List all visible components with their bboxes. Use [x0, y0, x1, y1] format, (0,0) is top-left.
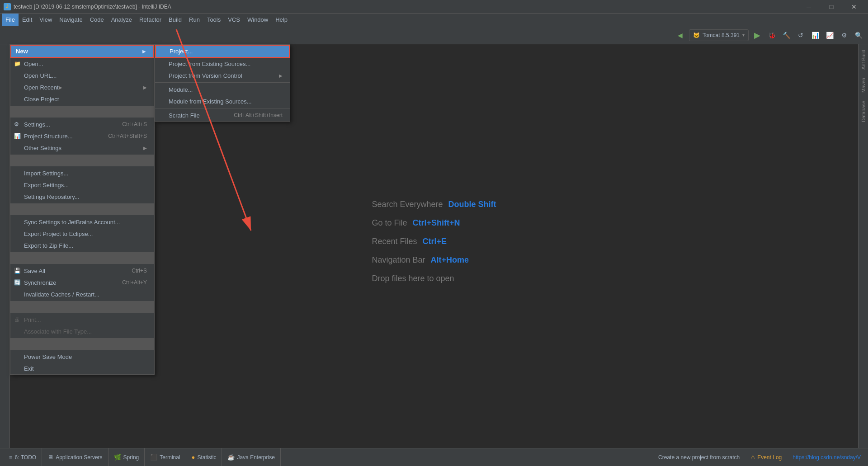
new-submenu: Project... Project from Existing Sources…	[155, 44, 290, 122]
submenu-item-project-existing[interactable]: Project from Existing Sources...	[155, 58, 290, 70]
menu-item-invalidate-caches[interactable]: Invalidate Caches / Restart...	[10, 288, 154, 300]
build-project-button[interactable]: 🔨	[780, 29, 792, 41]
separator-6	[10, 338, 154, 350]
submenu-item-module-existing[interactable]: Module from Existing Sources...	[155, 95, 290, 107]
spring-label: Spring	[123, 454, 139, 461]
status-tab-statistic[interactable]: ● Statistic	[186, 448, 222, 466]
menu-item-associate: Associate with File Type...	[10, 325, 154, 337]
event-log-button[interactable]: ⚠ Event Log	[747, 454, 785, 461]
menu-item-open-recent[interactable]: Open Recent ▶	[10, 81, 154, 93]
menu-tools[interactable]: Tools	[203, 14, 224, 26]
right-tab-ant-build[interactable]: Ant Build	[859, 46, 868, 73]
submenu-item-scratch[interactable]: Scratch File Ctrl+Alt+Shift+Insert	[155, 109, 290, 121]
menu-file[interactable]: File	[2, 14, 19, 26]
separator-2	[10, 155, 154, 166]
menu-item-project-structure[interactable]: 📊 Project Structure... Ctrl+Alt+Shift+S	[10, 130, 154, 142]
menu-help[interactable]: Help	[272, 14, 291, 26]
menu-analyze[interactable]: Analyze	[108, 14, 136, 26]
spring-icon: 🌿	[114, 454, 121, 461]
menu-item-export-eclipse[interactable]: Export Project to Eclipse...	[10, 228, 154, 240]
right-tab-maven[interactable]: Maven	[859, 74, 868, 96]
minimize-button[interactable]: ─	[798, 0, 819, 14]
app-servers-icon: 🖥	[47, 454, 53, 461]
menu-item-power-save[interactable]: Power Save Mode	[10, 351, 154, 362]
shortcut-row-drop: Drop files here to open	[372, 274, 496, 283]
menu-window[interactable]: Window	[244, 14, 272, 26]
shortcut-label-recent: Recent Files	[372, 237, 417, 246]
close-button[interactable]: ✕	[844, 0, 864, 14]
status-tab-app-servers[interactable]: 🖥 Application Servers	[42, 448, 108, 466]
menu-refactor[interactable]: Refactor	[136, 14, 165, 26]
status-message: Create a new project from scratch	[655, 454, 743, 461]
shortcut-row-search: Search Everywhere Double Shift	[372, 200, 496, 209]
menu-item-open-url[interactable]: Open URL...	[10, 70, 154, 81]
refresh-button[interactable]: ↺	[795, 29, 807, 41]
shortcut-row-goto: Go to File Ctrl+Shift+N	[372, 218, 496, 228]
menu-item-export-settings[interactable]: Export Settings...	[10, 179, 154, 191]
save-all-icon: 💾	[14, 268, 21, 274]
url-link[interactable]: https://blog.csdn.ne/snday/V	[789, 454, 864, 461]
menu-item-new[interactable]: New ▶	[10, 45, 154, 58]
todo-icon: ≡	[9, 454, 13, 461]
main-area: Search Everywhere Double Shift Go to Fil…	[0, 44, 868, 448]
status-tab-java-enterprise[interactable]: ☕ Java Enterprise	[222, 448, 280, 466]
submenu-item-project[interactable]: Project...	[155, 45, 290, 58]
menu-item-other-settings[interactable]: Other Settings ▶	[10, 142, 154, 154]
menu-navigate[interactable]: Navigate	[56, 14, 86, 26]
shortcut-key-recent: Ctrl+E	[423, 237, 447, 246]
menu-code[interactable]: Code	[86, 14, 108, 26]
window-title: testweb [D:\2019-06-12-smstempOptimize\t…	[14, 4, 798, 10]
settings-button[interactable]: ⚙	[838, 29, 850, 41]
welcome-panel: Search Everywhere Double Shift Go to Fil…	[363, 191, 505, 301]
synchronize-icon: 🔄	[14, 279, 21, 286]
menu-item-synchronize[interactable]: 🔄 Synchronize Ctrl+Alt+Y	[10, 277, 154, 288]
shortcut-key-search: Double Shift	[448, 200, 496, 209]
title-bar: J testweb [D:\2019-06-12-smstempOptimize…	[0, 0, 868, 14]
menu-view[interactable]: View	[36, 14, 56, 26]
right-sidebar: Ant Build Maven Database	[858, 44, 868, 448]
status-tab-terminal[interactable]: ⬛ Terminal	[145, 448, 186, 466]
settings-icon: ⚙	[14, 121, 19, 127]
menu-item-exit[interactable]: Exit	[10, 362, 154, 374]
menu-item-settings-repo[interactable]: Settings Repository...	[10, 191, 154, 202]
shortcut-key-nav: Alt+Home	[431, 255, 469, 265]
shortcut-label-drop: Drop files here to open	[372, 274, 454, 283]
run-config-selector[interactable]: 🐱 Tomcat 8.5.391 ▾	[689, 29, 749, 41]
submenu-item-module[interactable]: Module...	[155, 84, 290, 95]
status-bar: ≡ 6: TODO 🖥 Application Servers 🌿 Spring…	[0, 448, 868, 466]
menu-run[interactable]: Run	[185, 14, 203, 26]
new-submenu-separator-2	[155, 108, 290, 108]
java-enterprise-label: Java Enterprise	[237, 454, 274, 461]
coverage-button[interactable]: 📊	[809, 29, 821, 41]
run-config-dropdown-icon: ▾	[742, 33, 745, 38]
status-tab-todo[interactable]: ≡ 6: TODO	[4, 448, 42, 466]
scratch-shortcut: Ctrl+Alt+Shift+Insert	[234, 112, 283, 118]
menu-bar: File Edit View Navigate Code Analyze Ref…	[0, 14, 868, 26]
menu-item-sync-settings[interactable]: Sync Settings to JetBrains Account...	[10, 216, 154, 228]
back-button[interactable]: ◀	[675, 29, 686, 41]
status-bar-right: Create a new project from scratch ⚠ Even…	[655, 454, 864, 461]
debug-button[interactable]: 🐞	[766, 29, 778, 41]
menu-item-save-all[interactable]: 💾 Save All Ctrl+S	[10, 265, 154, 277]
run-button[interactable]: ▶	[751, 29, 763, 41]
menu-item-print: 🖨 Print...	[10, 314, 154, 325]
menu-build[interactable]: Build	[165, 14, 185, 26]
search-button[interactable]: 🔍	[853, 29, 864, 41]
profiler-button[interactable]: 📈	[824, 29, 835, 41]
settings-shortcut: Ctrl+Alt+S	[122, 121, 147, 127]
menu-item-settings[interactable]: ⚙ Settings... Ctrl+Alt+S	[10, 118, 154, 130]
app-servers-label: Application Servers	[56, 454, 102, 461]
menu-item-open[interactable]: 📁Open...	[10, 58, 154, 70]
java-enterprise-icon: ☕	[227, 454, 235, 461]
menu-vcs[interactable]: VCS	[224, 14, 244, 26]
new-submenu-separator-1	[155, 82, 290, 83]
right-tab-database[interactable]: Database	[859, 97, 868, 126]
menu-edit[interactable]: Edit	[19, 14, 36, 26]
menu-item-export-zip[interactable]: Export to Zip File...	[10, 240, 154, 251]
maximize-button[interactable]: □	[821, 0, 842, 14]
menu-item-import-settings[interactable]: Import Settings...	[10, 167, 154, 179]
terminal-label: Terminal	[160, 454, 180, 461]
submenu-item-project-vcs[interactable]: Project from Version Control ▶	[155, 70, 290, 81]
status-tab-spring[interactable]: 🌿 Spring	[108, 448, 145, 466]
menu-item-close-project[interactable]: Close Project	[10, 93, 154, 105]
